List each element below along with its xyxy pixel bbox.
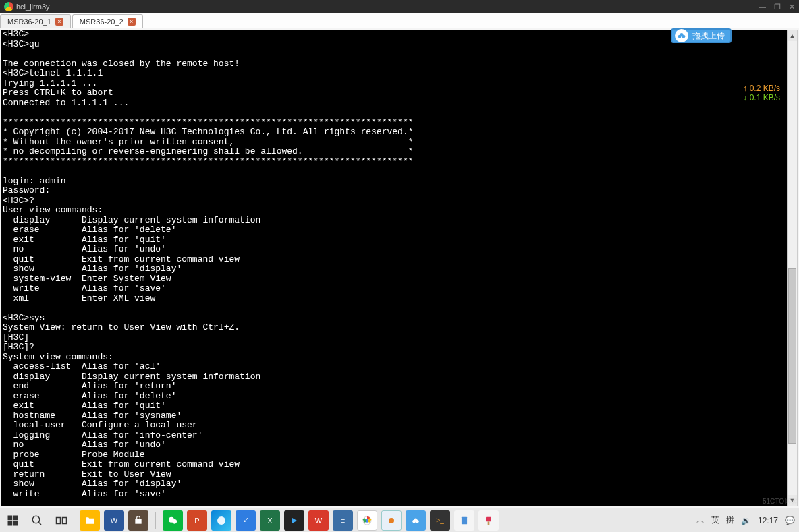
clock[interactable]: 12:17: [758, 516, 778, 525]
svg-rect-3: [8, 515, 13, 520]
vertical-scrollbar[interactable]: ▲ ▼: [787, 30, 798, 506]
svg-rect-4: [13, 515, 18, 520]
tab-label: MSR36-20_2: [80, 18, 123, 26]
media-player-icon[interactable]: [284, 510, 304, 531]
svg-point-13: [172, 519, 177, 524]
taskbar-divider: [155, 512, 156, 529]
tab-session-1[interactable]: MSR36-20_1 ×: [0, 14, 71, 28]
network-stats: ↑ 0.2 KB/s ↓ 0.1 KB/s: [743, 84, 780, 102]
volume-icon[interactable]: 🔉: [741, 516, 751, 525]
ime-mode[interactable]: 拼: [726, 514, 734, 526]
svg-rect-9: [57, 517, 61, 523]
terminal-output[interactable]: <H3C> <H3C>qu The connection was closed …: [1, 30, 787, 506]
svg-point-7: [32, 516, 40, 523]
store-icon[interactable]: [128, 510, 148, 531]
scroll-thumb[interactable]: [788, 268, 796, 444]
start-button[interactable]: [4, 512, 22, 529]
tab-label: MSR36-20_1: [7, 18, 51, 26]
svg-rect-10: [63, 517, 67, 523]
svg-rect-6: [13, 521, 18, 525]
svg-marker-15: [292, 518, 297, 523]
todo-icon[interactable]: ✓: [236, 510, 256, 531]
svg-rect-23: [486, 516, 491, 521]
scroll-track[interactable]: [788, 41, 797, 495]
terminal-container: 拖拽上传 <H3C> <H3C>qu The connection was cl…: [0, 28, 799, 508]
wechat-icon[interactable]: [163, 510, 183, 531]
file-explorer-icon[interactable]: [80, 510, 100, 531]
svg-line-8: [38, 522, 41, 525]
maximize-button[interactable]: ❐: [774, 3, 781, 11]
upload-button-label: 拖拽上传: [692, 30, 725, 42]
task-view-button[interactable]: [53, 512, 70, 529]
excel-icon[interactable]: X: [260, 510, 280, 531]
svg-rect-24: [488, 521, 490, 525]
search-button[interactable]: [28, 512, 46, 529]
close-button[interactable]: ✕: [789, 3, 795, 11]
terminal-app-icon[interactable]: >_: [430, 510, 450, 531]
snip-tool-icon[interactable]: [381, 510, 402, 531]
svg-point-18: [389, 518, 394, 523]
minimize-button[interactable]: —: [759, 3, 766, 11]
cloud-icon[interactable]: [406, 510, 426, 531]
svg-point-14: [217, 516, 225, 525]
tab-session-2[interactable]: MSR36-20_2 ×: [72, 14, 143, 28]
app-icon-generic[interactable]: ≡: [333, 510, 353, 531]
close-icon[interactable]: ×: [55, 18, 63, 26]
edge-icon[interactable]: [211, 510, 231, 531]
window-title: hcl_jirm3y: [16, 3, 50, 11]
svg-rect-11: [135, 519, 141, 523]
svg-rect-5: [8, 521, 13, 525]
chrome-icon[interactable]: [357, 510, 377, 531]
windows-taskbar: W P ✓ X W ≡ >_ ︿ 英 拼 🔉 12:17 💬: [0, 508, 799, 532]
word-icon[interactable]: W: [104, 510, 124, 531]
close-icon[interactable]: ×: [128, 18, 136, 26]
app-icon: [4, 2, 13, 11]
scroll-up-arrow[interactable]: ▲: [788, 30, 797, 41]
wps-icon[interactable]: W: [308, 510, 329, 531]
watermark: 51CTO博客: [763, 497, 798, 506]
notifications-icon[interactable]: 💬: [785, 516, 795, 525]
download-speed: ↓ 0.1 KB/s: [743, 93, 780, 102]
drag-upload-button[interactable]: 拖拽上传: [671, 28, 732, 43]
svg-point-21: [414, 518, 418, 521]
ime-language[interactable]: 英: [711, 514, 719, 526]
cloud-upload-icon: [675, 29, 688, 42]
notepad-icon[interactable]: [454, 510, 474, 531]
svg-point-2: [680, 33, 684, 36]
upload-speed: ↑ 0.2 KB/s: [743, 84, 780, 93]
paint-icon[interactable]: [478, 510, 499, 531]
powerpoint-icon[interactable]: P: [187, 510, 207, 531]
title-bar: hcl_jirm3y — ❐ ✕: [0, 0, 799, 13]
tab-bar: MSR36-20_1 × MSR36-20_2 ×: [0, 13, 799, 28]
tray-chevron-icon[interactable]: ︿: [696, 514, 705, 526]
svg-rect-22: [462, 516, 467, 524]
